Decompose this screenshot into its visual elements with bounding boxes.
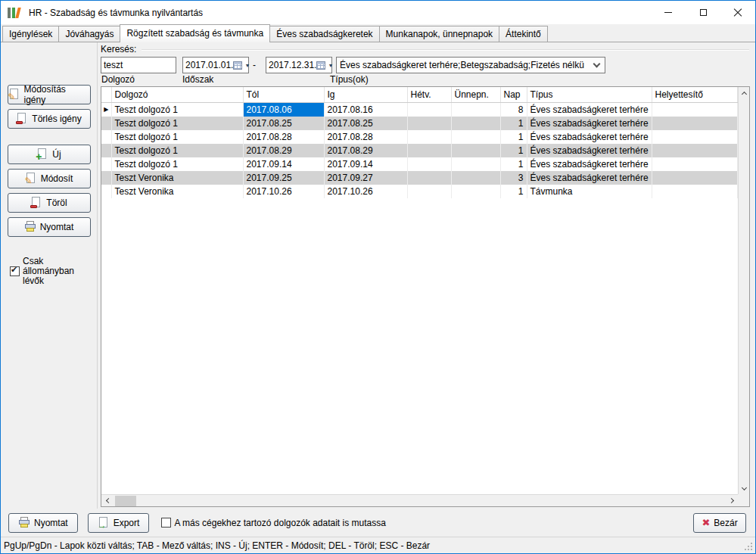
table-row[interactable]: Teszt Veronika2017.10.262017.10.261Távmu… xyxy=(101,185,738,198)
cell-tol[interactable]: 2017.09.14 xyxy=(243,157,324,171)
cell-hetv[interactable] xyxy=(407,102,451,117)
cell-ig[interactable]: 2017.09.27 xyxy=(324,171,407,185)
cell-tipus[interactable]: Éves szabadságkeret terhére xyxy=(527,171,652,185)
cell-hetv[interactable] xyxy=(407,157,451,171)
cell-dolgozo[interactable]: Teszt dolgozó 1 xyxy=(111,157,243,171)
cell-tipus[interactable]: Éves szabadságkeret terhére xyxy=(527,102,652,117)
print-button-sidebar[interactable]: Nyomtat xyxy=(8,217,91,237)
cell-unnepn[interactable] xyxy=(451,144,500,157)
cell-ig[interactable]: 2017.09.14 xyxy=(324,157,407,171)
column-header-hetv[interactable]: Hétv. xyxy=(407,87,451,102)
vertical-scrollbar[interactable] xyxy=(738,87,749,494)
scroll-right-button[interactable] xyxy=(726,495,738,506)
export-button[interactable]: Export xyxy=(88,513,150,533)
cell-helyettesito[interactable] xyxy=(652,144,738,157)
cell-dolgozo[interactable]: Teszt dolgozó 1 xyxy=(111,117,243,130)
column-header-ig[interactable]: Ig xyxy=(324,87,407,102)
cell-unnepn[interactable] xyxy=(451,130,500,144)
maximize-button[interactable] xyxy=(686,1,720,24)
tab-rogzitett-szabadsag[interactable]: Rögzített szabadság és távmunka xyxy=(120,24,270,42)
only-active-checkbox[interactable] xyxy=(10,266,20,276)
cell-helyettesito[interactable] xyxy=(652,117,738,130)
tab-jovahagyas[interactable]: Jóváhagyás xyxy=(58,26,120,42)
cell-tol[interactable]: 2017.08.06 xyxy=(243,102,324,117)
cell-tol[interactable]: 2017.09.25 xyxy=(243,171,324,185)
cell-ig[interactable]: 2017.08.16 xyxy=(324,102,407,117)
column-header-nap[interactable]: Nap xyxy=(500,87,527,102)
cell-dolgozo[interactable]: Teszt dolgozó 1 xyxy=(111,130,243,144)
cell-tol[interactable]: 2017.08.25 xyxy=(243,117,324,130)
employee-search-input[interactable] xyxy=(101,57,176,73)
cell-ig[interactable]: 2017.08.25 xyxy=(324,117,407,130)
cell-ig[interactable]: 2017.08.28 xyxy=(324,130,407,144)
tab-attekinto[interactable]: Áttekintő xyxy=(499,26,548,42)
column-header-tol[interactable]: Tól xyxy=(243,87,324,102)
horizontal-scrollbar-thumb[interactable] xyxy=(115,496,136,506)
cell-unnepn[interactable] xyxy=(451,117,500,130)
cell-nap[interactable]: 3 xyxy=(500,171,527,185)
show-other-companies-checkbox[interactable] xyxy=(161,518,171,528)
cell-helyettesito[interactable] xyxy=(652,157,738,171)
cell-tipus[interactable]: Éves szabadságkeret terhére xyxy=(527,130,652,144)
types-combobox[interactable]: Éves szabadságkeret terhére;Betegszabads… xyxy=(336,57,605,73)
table-row[interactable]: ▶Teszt dolgozó 12017.08.062017.08.168Éve… xyxy=(101,102,738,117)
cell-unnepn[interactable] xyxy=(451,157,500,171)
modify-button[interactable]: Módosít xyxy=(8,169,91,188)
delete-request-button[interactable]: Törlés igény xyxy=(8,109,91,129)
cell-unnepn[interactable] xyxy=(451,102,500,117)
scroll-left-button[interactable] xyxy=(101,495,113,506)
cell-dolgozo[interactable]: Teszt Veronika xyxy=(111,171,243,185)
table-row[interactable]: Teszt dolgozó 12017.08.252017.08.251Éves… xyxy=(101,117,738,130)
cell-nap[interactable]: 1 xyxy=(500,130,527,144)
cell-nap[interactable]: 1 xyxy=(500,157,527,171)
cell-tol[interactable]: 2017.08.28 xyxy=(243,130,324,144)
cell-tipus[interactable]: Éves szabadságkeret terhére xyxy=(527,117,652,130)
cell-helyettesito[interactable] xyxy=(652,171,738,185)
tab-eves-szabadsagkeretek[interactable]: Éves szabadságkeretek xyxy=(269,26,379,42)
horizontal-scrollbar[interactable] xyxy=(101,494,738,506)
cell-ig[interactable]: 2017.08.29 xyxy=(324,144,407,157)
date-to-picker[interactable]: 2017.12.31. xyxy=(266,57,332,73)
cell-nap[interactable]: 1 xyxy=(500,185,527,198)
table-row[interactable]: Teszt dolgozó 12017.09.142017.09.141Éves… xyxy=(101,157,738,171)
cell-nap[interactable]: 8 xyxy=(500,102,527,117)
date-from-picker[interactable]: 2017.01.01. xyxy=(182,57,249,73)
delete-button[interactable]: Töröl xyxy=(8,193,91,213)
new-button[interactable]: Új xyxy=(8,145,91,164)
cell-dolgozo[interactable]: Teszt Veronika xyxy=(111,185,243,198)
cell-hetv[interactable] xyxy=(407,130,451,144)
scroll-down-button[interactable] xyxy=(739,483,750,494)
cell-hetv[interactable] xyxy=(407,185,451,198)
resize-grip[interactable] xyxy=(745,543,753,551)
cell-tol[interactable]: 2017.08.29 xyxy=(243,144,324,157)
table-row[interactable]: Teszt dolgozó 12017.08.282017.08.281Éves… xyxy=(101,130,738,144)
cell-dolgozo[interactable]: Teszt dolgozó 1 xyxy=(111,144,243,157)
print-button-footer[interactable]: Nyomtat xyxy=(8,513,78,533)
column-header-helyettesito[interactable]: Helyettesítő xyxy=(652,87,738,102)
cell-dolgozo[interactable]: Teszt dolgozó 1 xyxy=(111,102,243,117)
tab-igenylesek[interactable]: Igénylések xyxy=(2,26,59,42)
column-header-tipus[interactable]: Típus xyxy=(527,87,652,102)
cell-nap[interactable]: 1 xyxy=(500,117,527,130)
cell-tol[interactable]: 2017.10.26 xyxy=(243,185,324,198)
close-dialog-button[interactable]: Bezár xyxy=(693,513,746,533)
close-button[interactable] xyxy=(720,1,755,24)
cell-hetv[interactable] xyxy=(407,144,451,157)
cell-unnepn[interactable] xyxy=(451,171,500,185)
cell-tipus[interactable]: Éves szabadságkeret terhére xyxy=(527,144,652,157)
cell-nap[interactable]: 1 xyxy=(500,144,527,157)
table-row[interactable]: Teszt dolgozó 12017.08.292017.08.291Éves… xyxy=(101,144,738,157)
cell-tipus[interactable]: Éves szabadságkeret terhére xyxy=(527,157,652,171)
cell-tipus[interactable]: Távmunka xyxy=(527,185,652,198)
column-header-dolgozo[interactable]: Dolgozó xyxy=(111,87,243,102)
cell-helyettesito[interactable] xyxy=(652,185,738,198)
scroll-up-button[interactable] xyxy=(739,87,750,98)
column-header-unnepn[interactable]: Ünnepn. xyxy=(451,87,500,102)
cell-ig[interactable]: 2017.10.26 xyxy=(324,185,407,198)
modify-request-button[interactable]: Módosítás igény xyxy=(8,85,91,104)
cell-hetv[interactable] xyxy=(407,171,451,185)
table-row[interactable]: Teszt Veronika2017.09.252017.09.273Éves … xyxy=(101,171,738,185)
minimize-button[interactable] xyxy=(651,1,686,24)
cell-unnepn[interactable] xyxy=(451,185,500,198)
cell-helyettesito[interactable] xyxy=(652,102,738,117)
